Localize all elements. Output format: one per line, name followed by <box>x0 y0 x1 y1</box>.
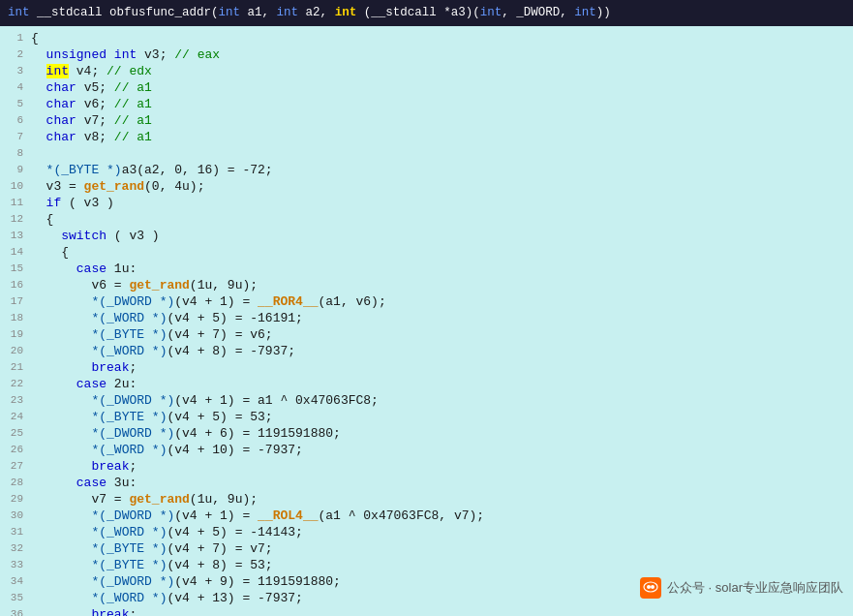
svg-point-1 <box>651 585 655 589</box>
line-row: 29 v7 = get_rand(1u, 9u); <box>4 491 845 508</box>
line-row: 26 *(_WORD *)(v4 + 10) = -7937; <box>4 442 845 458</box>
line-row: 25 *(_DWORD *)(v4 + 6) = 1191591880; <box>4 425 845 442</box>
line-row: 5 char v6; // a1 <box>4 96 845 112</box>
line-row: 30 *(_DWORD *)(v4 + 1) = __ROL4__(a1 ^ 0… <box>4 508 845 524</box>
line-row: 14 { <box>4 244 845 261</box>
line-row: 28 case 3u: <box>4 475 845 491</box>
line-row: 6 char v7; // a1 <box>4 112 845 129</box>
line-row: 32 *(_BYTE *)(v4 + 7) = v7; <box>4 540 845 557</box>
line-row: 2 unsigned int v3; // eax <box>4 46 845 63</box>
watermark-icon <box>640 577 661 599</box>
line-row: 31 *(_WORD *)(v4 + 5) = -14143; <box>4 524 845 540</box>
line-row: 19 *(_BYTE *)(v4 + 7) = v6; <box>4 326 845 343</box>
line-row: 7 char v8; // a1 <box>4 129 845 145</box>
line-row: 23 *(_DWORD *)(v4 + 1) = a1 ^ 0x47063FC8… <box>4 392 845 409</box>
line-row: 22 case 2u: <box>4 376 845 392</box>
line-row: 3 int v4; // edx <box>4 63 845 79</box>
line-row: 20 *(_WORD *)(v4 + 8) = -7937; <box>4 343 845 359</box>
line-row: 8 <box>4 145 845 162</box>
line-row: 24 *(_BYTE *)(v4 + 5) = 53; <box>4 409 845 425</box>
line-row: 9 *(_BYTE *)a3(a2, 0, 16) = -72; <box>4 162 845 178</box>
watermark: 公众号 · solar专业应急响应团队 <box>640 577 843 599</box>
code-body: 1 { 2 unsigned int v3; // eax 3 int v4; … <box>0 26 853 616</box>
watermark-text: 公众号 · solar专业应急响应团队 <box>667 579 843 597</box>
code-header: int __stdcall obfusfunc_addr(int a1, int… <box>0 0 853 26</box>
line-row: 36 break; <box>4 606 845 616</box>
line-row: 15 case 1u: <box>4 261 845 277</box>
line-row: 10 v3 = get_rand(0, 4u); <box>4 178 845 195</box>
line-row: 16 v6 = get_rand(1u, 9u); <box>4 277 845 293</box>
line-row: 27 break; <box>4 458 845 475</box>
line-row: 4 char v5; // a1 <box>4 79 845 96</box>
code-container: int __stdcall obfusfunc_addr(int a1, int… <box>0 0 853 616</box>
line-row: 33 *(_BYTE *)(v4 + 8) = 53; <box>4 557 845 573</box>
line-row: 13 switch ( v3 ) <box>4 228 845 244</box>
line-row: 21 break; <box>4 359 845 376</box>
line-row: 11 if ( v3 ) <box>4 195 845 211</box>
svg-point-0 <box>647 585 651 589</box>
line-row: 12 { <box>4 211 845 228</box>
line-row: 17 *(_DWORD *)(v4 + 1) = __ROR4__(a1, v6… <box>4 293 845 310</box>
line-row: 1 { <box>4 30 845 46</box>
line-row: 18 *(_WORD *)(v4 + 5) = -16191; <box>4 310 845 326</box>
